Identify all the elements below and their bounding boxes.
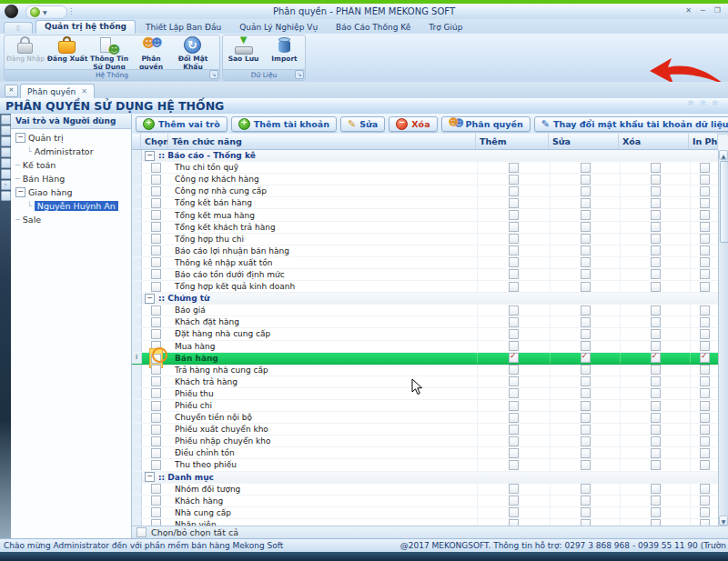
- perm-add-checkbox[interactable]: [509, 234, 519, 244]
- ribbon-button[interactable]: Phân quyền: [130, 36, 172, 70]
- row-checkbox[interactable]: [151, 175, 161, 185]
- row-checkbox[interactable]: [151, 376, 161, 386]
- perm-delete-checkbox[interactable]: [651, 341, 661, 351]
- perm-add-checkbox[interactable]: [509, 175, 519, 185]
- table-row[interactable]: Đặt hàng nhà cung cấp: [132, 328, 718, 340]
- perm-print-checkbox[interactable]: [700, 257, 710, 267]
- perm-add-checkbox[interactable]: [509, 306, 519, 316]
- perm-print-checkbox[interactable]: [700, 436, 710, 446]
- perm-delete-checkbox[interactable]: [651, 186, 661, 196]
- row-checkbox[interactable]: [151, 425, 161, 435]
- dock-square[interactable]: [1, 115, 11, 125]
- perm-delete-checkbox[interactable]: [651, 353, 661, 363]
- perm-delete-checkbox[interactable]: [651, 507, 661, 517]
- perm-print-checkbox[interactable]: [700, 317, 710, 327]
- perm-delete-checkbox[interactable]: [651, 175, 661, 185]
- scroll-down-icon[interactable]: ▼: [719, 516, 728, 526]
- perm-edit-checkbox[interactable]: [581, 413, 591, 423]
- row-checkbox[interactable]: [151, 257, 161, 267]
- row-checkbox[interactable]: [151, 317, 161, 327]
- table-row[interactable]: IBán hàng: [132, 353, 718, 365]
- row-checkbox[interactable]: [151, 210, 161, 220]
- collapse-icon[interactable]: −: [15, 187, 25, 197]
- row-checkbox[interactable]: [151, 269, 161, 279]
- perm-print-checkbox[interactable]: [700, 401, 710, 411]
- perm-add-checkbox[interactable]: [509, 388, 519, 398]
- perm-add-checkbox[interactable]: [509, 436, 519, 446]
- row-checkbox[interactable]: [151, 329, 161, 339]
- table-row[interactable]: Tổng hợp kết quả kinh doanh: [132, 281, 718, 293]
- row-checkbox[interactable]: [151, 234, 161, 244]
- table-row[interactable]: Trả hàng nhà cung cấp: [132, 365, 718, 376]
- perm-edit-checkbox[interactable]: [581, 234, 591, 244]
- tree-item[interactable]: ─Kế toán: [11, 158, 131, 172]
- row-checkbox[interactable]: [151, 306, 161, 316]
- row-checkbox[interactable]: [151, 448, 161, 458]
- perm-print-checkbox[interactable]: [700, 222, 710, 232]
- row-checkbox[interactable]: [151, 186, 161, 196]
- close-icon[interactable]: ✕: [81, 87, 87, 95]
- group-row[interactable]: −:: Chứng từ: [132, 293, 718, 305]
- maximize-button[interactable]: ❐: [714, 6, 721, 15]
- perm-add-checkbox[interactable]: [509, 507, 519, 517]
- perm-edit-checkbox[interactable]: [581, 507, 591, 517]
- perm-print-checkbox[interactable]: [700, 353, 710, 363]
- table-row[interactable]: Thống kê nhập xuất tồn: [132, 257, 718, 269]
- perm-edit-checkbox[interactable]: [581, 269, 591, 279]
- column-header[interactable]: Tên chức năng: [168, 134, 476, 149]
- perm-delete-checkbox[interactable]: [651, 496, 661, 506]
- perm-delete-checkbox[interactable]: [651, 245, 661, 255]
- perm-delete-checkbox[interactable]: [651, 163, 661, 173]
- ribbon-tab-2[interactable]: Thiết Lập Ban Đầu: [137, 22, 229, 34]
- perm-delete-checkbox[interactable]: [651, 198, 661, 208]
- table-row[interactable]: Báo giá: [132, 305, 718, 316]
- perm-print-checkbox[interactable]: [700, 484, 710, 494]
- tree-item[interactable]: −Quản trị: [11, 131, 131, 145]
- close-tab-button[interactable]: ✕: [5, 85, 18, 97]
- collapse-icon[interactable]: −: [15, 133, 25, 143]
- table-row[interactable]: Tổng hợp thu chi: [132, 234, 718, 245]
- column-header[interactable]: Chọn: [141, 134, 168, 149]
- ribbon-tab-5[interactable]: Trợ Giúp: [420, 22, 470, 34]
- table-row[interactable]: Phiếu thu: [132, 388, 718, 400]
- minimize-button[interactable]: ─: [701, 6, 705, 15]
- perm-edit-checkbox[interactable]: [581, 210, 591, 220]
- table-row[interactable]: Khách trả hàng: [132, 376, 718, 388]
- tree-item[interactable]: ─Sale: [11, 213, 131, 226]
- perm-print-checkbox[interactable]: [700, 245, 710, 255]
- table-row[interactable]: Phiếu nhập chuyển kho: [132, 436, 718, 447]
- perm-add-checkbox[interactable]: [509, 245, 519, 255]
- ribbon-tab-3[interactable]: Quản Lý Nghiệp Vụ: [231, 22, 326, 34]
- perm-delete-checkbox[interactable]: [651, 306, 661, 316]
- perm-edit-checkbox[interactable]: [581, 425, 591, 435]
- group-row[interactable]: −:: Báo cáo - Thống kê: [132, 150, 718, 162]
- ribbon-button[interactable]: Sao Lưu: [223, 36, 264, 70]
- perm-add-checkbox[interactable]: [509, 341, 519, 351]
- perm-delete-checkbox[interactable]: [651, 436, 661, 446]
- perm-add-checkbox[interactable]: [509, 257, 519, 267]
- perm-edit-checkbox[interactable]: [581, 306, 591, 316]
- perm-delete-checkbox[interactable]: [651, 269, 661, 279]
- toolbar-button[interactable]: Thêm vai trò: [136, 116, 228, 132]
- perm-delete-checkbox[interactable]: [651, 222, 661, 232]
- perm-delete-checkbox[interactable]: [651, 388, 661, 398]
- tree-item[interactable]: └Administrator: [11, 145, 131, 158]
- perm-add-checkbox[interactable]: [509, 163, 519, 173]
- dialog-launcher-icon[interactable]: ↘: [209, 70, 218, 79]
- perm-add-checkbox[interactable]: [509, 198, 519, 208]
- perm-print-checkbox[interactable]: [700, 210, 710, 220]
- table-row[interactable]: Báo cáo tồn dưới định mức: [132, 269, 718, 281]
- perm-edit-checkbox[interactable]: [581, 317, 591, 327]
- perm-add-checkbox[interactable]: [509, 222, 519, 232]
- perm-print-checkbox[interactable]: [700, 365, 710, 375]
- perm-print-checkbox[interactable]: [700, 306, 710, 316]
- dock-square[interactable]: [1, 158, 11, 168]
- table-row[interactable]: Nhà cung cấp: [132, 507, 718, 519]
- table-row[interactable]: Tổng kết khách trả hàng: [132, 222, 718, 234]
- perm-delete-checkbox[interactable]: [651, 210, 661, 220]
- perm-print-checkbox[interactable]: [700, 413, 710, 423]
- perm-print-checkbox[interactable]: [700, 329, 710, 339]
- perm-add-checkbox[interactable]: [509, 317, 519, 327]
- dialog-launcher-icon[interactable]: ↘: [295, 70, 304, 79]
- toolbar-button[interactable]: Thêm tài khoản: [231, 116, 337, 132]
